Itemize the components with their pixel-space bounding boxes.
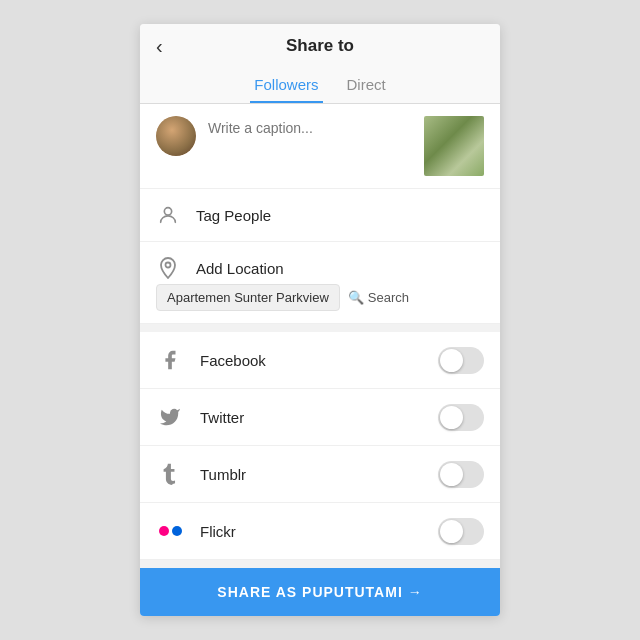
caption-area (140, 104, 500, 189)
facebook-item: Facebook (140, 332, 500, 389)
social-shares-list: Facebook Twitter Tumblr (140, 332, 500, 560)
location-icon (156, 256, 180, 280)
share-dialog: ‹ Share to Followers Direct Tag People (140, 24, 500, 616)
twitter-label: Twitter (200, 409, 422, 426)
tumblr-label: Tumblr (200, 466, 422, 483)
search-icon: 🔍 (348, 290, 364, 305)
location-search-area: Apartemen Sunter Parkview 🔍 Search (140, 284, 500, 324)
twitter-icon (156, 403, 184, 431)
facebook-label: Facebook (200, 352, 422, 369)
tumblr-item: Tumblr (140, 446, 500, 503)
tag-people-item[interactable]: Tag People (140, 189, 500, 242)
tag-people-icon (156, 203, 180, 227)
tumblr-icon (156, 460, 184, 488)
location-search-button[interactable]: 🔍 Search (348, 290, 409, 305)
flickr-item: Flickr (140, 503, 500, 560)
twitter-item: Twitter (140, 389, 500, 446)
add-location-label: Add Location (196, 260, 484, 277)
tab-followers[interactable]: Followers (250, 68, 322, 103)
share-button[interactable]: SHARE AS PUPUTUTAMI → (140, 568, 500, 616)
tab-direct[interactable]: Direct (343, 68, 390, 103)
options-list: Tag People Add Location Apartemen Sunter… (140, 189, 500, 324)
tag-people-label: Tag People (196, 207, 484, 224)
svg-point-1 (166, 263, 171, 268)
flickr-toggle[interactable] (438, 518, 484, 545)
page-title: Share to (286, 36, 354, 56)
location-chip[interactable]: Apartemen Sunter Parkview (156, 284, 340, 311)
header: ‹ Share to Followers Direct (140, 24, 500, 104)
caption-input[interactable] (208, 116, 412, 136)
facebook-icon (156, 346, 184, 374)
back-button[interactable]: ‹ (156, 35, 163, 58)
tab-bar: Followers Direct (156, 68, 484, 103)
flickr-label: Flickr (200, 523, 422, 540)
add-location-item[interactable]: Add Location (140, 242, 500, 284)
tumblr-toggle[interactable] (438, 461, 484, 488)
search-label: Search (368, 290, 409, 305)
facebook-toggle[interactable] (438, 347, 484, 374)
svg-point-0 (164, 208, 171, 215)
flickr-icon (156, 517, 184, 545)
photo-thumbnail (424, 116, 484, 176)
avatar (156, 116, 196, 156)
twitter-toggle[interactable] (438, 404, 484, 431)
